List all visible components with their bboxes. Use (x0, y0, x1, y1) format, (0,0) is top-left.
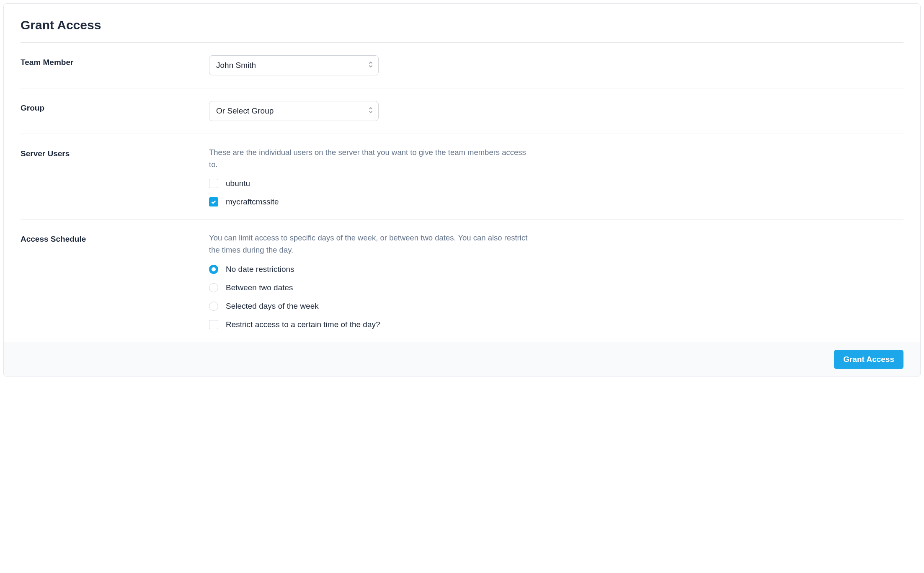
input-col: Or Select Group (209, 101, 536, 121)
server-user-label: ubuntu (226, 179, 250, 188)
server-user-label: mycraftcmssite (226, 197, 279, 206)
restrict-time-label: Restrict access to a certain time of the… (226, 320, 380, 329)
server-user-checkbox-ubuntu[interactable] (209, 179, 218, 188)
schedule-radio-between-dates: Between two dates (209, 283, 536, 292)
team-member-select-display[interactable]: John Smith (209, 55, 379, 75)
access-schedule-label: Access Schedule (21, 235, 86, 243)
server-users-row: Server Users These are the individual us… (4, 134, 920, 219)
label-col: Access Schedule (21, 232, 209, 329)
team-member-row: Team Member John Smith (4, 43, 920, 88)
schedule-radio-no-restrictions: No date restrictions (209, 265, 536, 274)
page-title: Grant Access (21, 18, 903, 32)
team-member-label: Team Member (21, 58, 73, 67)
schedule-radio-label: Selected days of the week (226, 302, 319, 311)
server-users-help: These are the individual users on the se… (209, 147, 536, 170)
server-user-checkbox-mycraftcmssite[interactable] (209, 197, 218, 206)
card-header: Grant Access (4, 4, 920, 42)
group-select-display[interactable]: Or Select Group (209, 101, 379, 121)
input-col: John Smith (209, 55, 536, 75)
input-col: These are the individual users on the se… (209, 147, 536, 206)
grant-access-card: Grant Access Team Member John Smith Grou… (3, 3, 921, 377)
server-user-option-mycraftcmssite: mycraftcmssite (209, 197, 536, 206)
group-label: Group (21, 103, 44, 112)
schedule-radio-label: Between two dates (226, 283, 293, 292)
group-row: Group Or Select Group (4, 88, 920, 134)
schedule-radio-button-selected-days[interactable] (209, 302, 218, 311)
label-col: Team Member (21, 55, 209, 75)
input-col: You can limit access to specific days of… (209, 232, 536, 329)
card-footer: Grant Access (4, 342, 920, 377)
label-col: Server Users (21, 147, 209, 206)
label-col: Group (21, 101, 209, 121)
access-schedule-row: Access Schedule You can limit access to … (4, 219, 920, 341)
server-user-option-ubuntu: ubuntu (209, 179, 536, 188)
team-member-select[interactable]: John Smith (209, 55, 379, 75)
grant-access-button[interactable]: Grant Access (834, 350, 903, 369)
server-users-label: Server Users (21, 149, 70, 158)
schedule-radio-label: No date restrictions (226, 265, 294, 274)
restrict-time-checkbox[interactable] (209, 320, 218, 329)
group-select[interactable]: Or Select Group (209, 101, 379, 121)
schedule-radio-selected-days: Selected days of the week (209, 302, 536, 311)
access-schedule-help: You can limit access to specific days of… (209, 232, 536, 256)
schedule-radio-button-between-dates[interactable] (209, 283, 218, 292)
restrict-time-option: Restrict access to a certain time of the… (209, 320, 536, 329)
schedule-radio-button-no-restrictions[interactable] (209, 265, 218, 274)
